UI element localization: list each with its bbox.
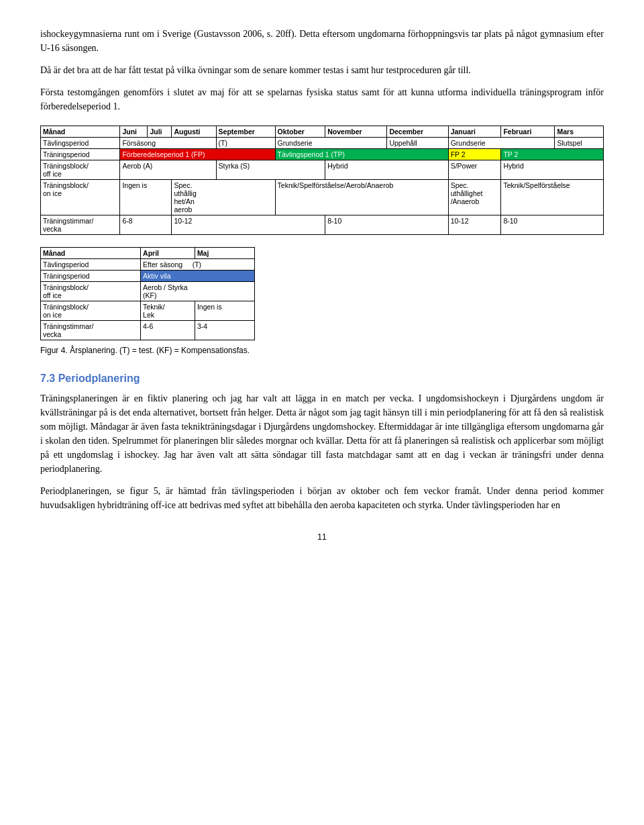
intro-paragraph-3: Första testomgången genomförs i slutet a… (40, 85, 604, 113)
row-label-tavlingsperiod: Tävlingsperiod (41, 138, 120, 149)
small-col-maj: Maj (195, 248, 254, 259)
col-februari: Februari (501, 126, 555, 138)
traningstimmar-row: Träningstimmar/vecka 6-8 10-12 8-10 10-1… (41, 215, 604, 235)
main-table-header-row: Månad Juni Juli Augusti September Oktobe… (41, 126, 604, 138)
page-number: 11 (40, 532, 604, 542)
tp2-cell: TP 2 (501, 149, 604, 160)
col-manad: Månad (41, 126, 120, 138)
small-table-header: Månad April Maj (41, 248, 255, 259)
col-november: November (325, 126, 387, 138)
grundserie1-cell: Grundserie (275, 138, 387, 149)
small-timmar-3-4-cell: 3-4 (195, 321, 254, 340)
small-label-tavlingsperiod: Tävlingsperiod (41, 259, 141, 271)
grundserie2-cell: Grundserie (448, 138, 555, 149)
small-traningsperiod-row: Träningsperiod Aktiv vila (41, 271, 255, 282)
row-label-officeblock: Träningsblock/off ice (41, 160, 120, 180)
timmar-10-12-cell: 10-12 (172, 215, 325, 235)
fp2-cell: FP 2 (448, 149, 501, 160)
small-label-oniceblock: Träningsblock/on ice (41, 301, 141, 321)
row-label-traningsperiod: Träningsperiod (41, 149, 120, 160)
spower-cell: S/Power (448, 160, 501, 180)
small-label-officeblock: Träningsblock/off ice (41, 282, 141, 301)
main-annual-plan-table: Månad Juni Juli Augusti September Oktobe… (40, 126, 604, 235)
intro-paragraph-1: ishockeygymnasierna runt om i Sverige (G… (40, 27, 604, 55)
uppehall-cell: Uppehåll (387, 138, 448, 149)
small-ingen-is-cell: Ingen is (195, 301, 254, 321)
small-col-manad: Månad (41, 248, 141, 259)
small-timmar-row: Träningstimmar/vecka 4-6 3-4 (41, 321, 255, 340)
t-test-cell: (T) (216, 138, 275, 149)
small-label-timmar: Träningstimmar/vecka (41, 321, 141, 340)
small-april-maj-table: Månad April Maj Tävlingsperiod Efter säs… (40, 247, 255, 340)
small-oniceblock-row: Träningsblock/on ice Teknik/Lek Ingen is (41, 301, 255, 321)
small-aktiv-vila-cell: Aktiv vila (141, 271, 255, 282)
row-label-oniceblock: Träningsblock/on ice (41, 180, 120, 215)
traningsblock-office-row: Träningsblock/off ice Aerob (A) Styrka (… (41, 160, 604, 180)
col-oktober: Oktober (275, 126, 325, 138)
small-col-april: April (141, 248, 195, 259)
small-timmar-4-6-cell: 4-6 (141, 321, 195, 340)
traningsperiod-row: Träningsperiod Förberedelseperiod 1 (FP)… (41, 149, 604, 160)
col-juni: Juni (120, 126, 148, 138)
tavlingsperiod-row: Tävlingsperiod Försäsong (T) Grundserie … (41, 138, 604, 149)
small-label-traningsperiod: Träningsperiod (41, 271, 141, 282)
row-label-timmar: Träningstimmar/vecka (41, 215, 120, 235)
body-paragraph-1: Träningsplaneringen är en fiktiv planeri… (40, 391, 604, 476)
col-juli: Juli (148, 126, 172, 138)
aerob-cell: Aerob (A) (120, 160, 216, 180)
fp1-cell: Förberedelseperiod 1 (FP) (120, 149, 275, 160)
small-officeblock-row: Träningsblock/off ice Aerob / Styrka(KF) (41, 282, 255, 301)
intro-paragraph-2: Då är det bra att de har fått testat på … (40, 63, 604, 77)
forsasong-cell: Försäsong (120, 138, 216, 149)
section-heading-periodplanering: 7.3 Periodplanering (40, 373, 604, 385)
slutspel-cell: Slutspel (555, 138, 604, 149)
col-mars: Mars (555, 126, 604, 138)
body-paragraph-2: Periodplaneringen, se figur 5, är hämtad… (40, 484, 604, 512)
teknik-spelforstelse-cell: Teknik/Spelförståelse/Aerob/Anaerob (275, 180, 448, 215)
timmar-8-10-cell: 8-10 (325, 215, 448, 235)
hybrid2-cell: Hybrid (501, 160, 604, 180)
small-eftersasong-cell: Efter säsong (T) (141, 259, 255, 271)
teknik-spelforstelse2-cell: Teknik/Spelförståelse (501, 180, 604, 215)
col-augusti: Augusti (172, 126, 216, 138)
styrka-cell: Styrka (S) (216, 160, 325, 180)
small-teknik-lek-cell: Teknik/Lek (141, 301, 195, 321)
small-aerob-styrka-cell: Aerob / Styrka(KF) (141, 282, 255, 301)
spec-uthallighet-cell: Spec.uthållighet/Anaerob (172, 180, 275, 215)
spec-uthallighet2-cell: Spec.uthållighet/Anaerob (448, 180, 501, 215)
col-september: September (216, 126, 275, 138)
ingen-is-cell: Ingen is (120, 180, 172, 215)
col-januari: Januari (448, 126, 501, 138)
timmar-10-12-b-cell: 10-12 (448, 215, 501, 235)
small-tavlingsperiod-row: Tävlingsperiod Efter säsong (T) (41, 259, 255, 271)
figure-caption: Figur 4. Årsplanering. (T) = test. (KF) … (40, 344, 604, 356)
timmar-6-8-cell: 6-8 (120, 215, 172, 235)
col-december: December (387, 126, 448, 138)
tp1-cell: Tävlingsperiod 1 (TP) (275, 149, 448, 160)
traningsblock-onice-row: Träningsblock/on ice Ingen is Spec.uthål… (41, 180, 604, 215)
hybrid1-cell: Hybrid (325, 160, 448, 180)
timmar-8-10-b-cell: 8-10 (501, 215, 604, 235)
